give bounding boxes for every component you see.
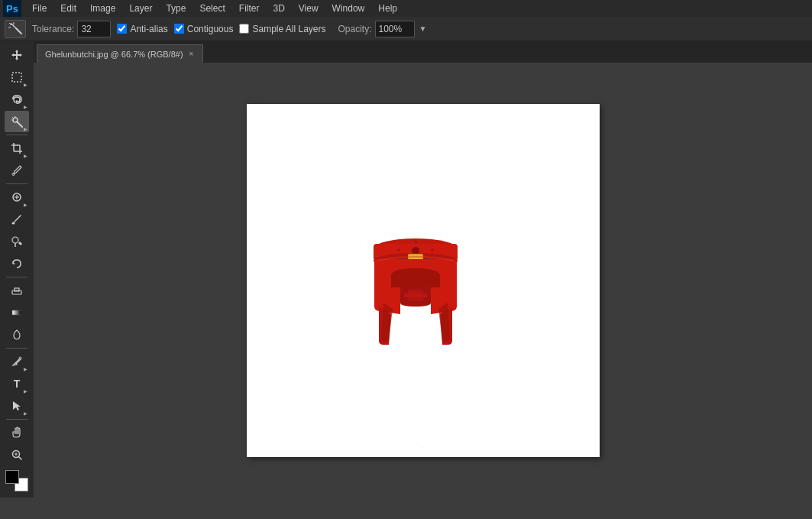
canvas-document: · — [247, 104, 600, 457]
anti-alias-checkbox[interactable] — [117, 24, 127, 34]
toolbar-separator — [6, 348, 27, 349]
svg-point-39 — [414, 240, 417, 243]
tool-corner-arrow: ▶ — [24, 104, 27, 109]
tolerance-input[interactable] — [77, 21, 111, 37]
toolbar-separator — [6, 135, 27, 135]
tool-eraser[interactable] — [5, 280, 29, 301]
contiguous-label[interactable]: Contiguous — [187, 24, 234, 34]
svg-point-36 — [412, 247, 419, 255]
toolbar: ▶ ▶ ▶ — [0, 41, 34, 498]
menu-type[interactable]: Type — [160, 2, 192, 15]
menu-help[interactable]: Help — [372, 2, 403, 15]
sample-all-layers-option: Sample All Layers — [239, 24, 325, 34]
document-tab[interactable]: Ghelunbutchi.jpg @ 66.7% (RGB/8#) × — [37, 44, 203, 63]
opacity-input[interactable] — [375, 21, 415, 37]
tool-corner-arrow: ▶ — [24, 153, 27, 158]
canvas-area: Ghelunbutchi.jpg @ 66.7% (RGB/8#) × — [34, 41, 812, 498]
menu-image[interactable]: Image — [84, 2, 121, 15]
magic-wand-icon — [8, 22, 22, 36]
tool-corner-arrow: ▶ — [24, 366, 27, 371]
svg-point-38 — [431, 248, 434, 251]
blur-icon — [11, 329, 23, 341]
tool-corner-arrow: ▶ — [24, 202, 27, 207]
tool-history-brush[interactable] — [5, 253, 29, 274]
history-brush-icon — [11, 258, 23, 270]
healing-icon — [11, 191, 23, 203]
lasso-icon — [11, 93, 23, 105]
svg-point-22 — [12, 237, 18, 243]
svg-line-5 — [9, 23, 11, 24]
tool-clone-stamp[interactable] — [5, 231, 29, 252]
tool-gradient[interactable] — [5, 302, 29, 323]
svg-rect-44 — [404, 294, 427, 297]
options-bar: Tolerance: Anti-alias Contiguous Sample … — [0, 17, 812, 41]
svg-line-0 — [16, 28, 21, 34]
color-swatches — [5, 470, 28, 495]
toolbar-separator — [6, 183, 27, 184]
foreground-background-swatches — [5, 470, 28, 491]
svg-marker-28 — [13, 401, 21, 410]
canvas-viewport: · — [34, 63, 812, 498]
wand-icon — [11, 115, 23, 128]
ps-logo: Ps — [3, 0, 21, 17]
anti-alias-label[interactable]: Anti-alias — [130, 24, 167, 34]
move-icon — [11, 49, 23, 61]
anti-alias-option: Anti-alias — [117, 24, 167, 34]
eraser-icon — [11, 284, 23, 297]
current-tool-icon[interactable] — [5, 20, 26, 38]
contiguous-checkbox[interactable] — [174, 24, 184, 34]
foreground-color-swatch[interactable] — [5, 470, 19, 484]
menubar: Ps File Edit Image Layer Type Select Fil… — [0, 0, 812, 17]
tool-magic-wand[interactable]: ▶ — [5, 111, 29, 132]
tab-bar: Ghelunbutchi.jpg @ 66.7% (RGB/8#) × — [34, 41, 812, 63]
svg-rect-26 — [12, 310, 21, 315]
tool-blur[interactable] — [5, 324, 29, 345]
zoom-icon — [11, 449, 23, 461]
menu-select[interactable]: Select — [193, 2, 231, 15]
svg-marker-6 — [11, 50, 22, 60]
opacity-dropdown-arrow[interactable]: ▼ — [419, 24, 427, 33]
tool-marquee[interactable]: ▶ — [5, 66, 29, 88]
menu-window[interactable]: Window — [326, 2, 371, 15]
menu-layer[interactable]: Layer — [123, 2, 158, 15]
tolerance-label: Tolerance: — [32, 24, 74, 34]
svg-point-9 — [13, 118, 18, 122]
tool-move[interactable] — [5, 44, 29, 66]
menu-view[interactable]: View — [293, 2, 325, 15]
crop-icon — [11, 142, 23, 154]
path-select-icon — [11, 400, 23, 412]
menu-file[interactable]: File — [26, 2, 53, 15]
eyedropper-icon — [11, 164, 23, 177]
tool-path-select[interactable]: ▶ — [5, 395, 29, 417]
svg-line-30 — [19, 457, 22, 460]
opacity-select-wrap: ▼ — [375, 21, 427, 37]
clone-stamp-icon — [11, 235, 23, 248]
canvas-info-text: · — [422, 443, 424, 451]
tool-brush[interactable] — [5, 209, 29, 230]
menu-edit[interactable]: Edit — [54, 2, 82, 15]
tab-close-button[interactable]: × — [188, 50, 196, 58]
tool-hand[interactable] — [5, 422, 29, 443]
menu-3d[interactable]: 3D — [267, 2, 290, 15]
menu-filter[interactable]: Filter — [233, 2, 266, 15]
svg-line-12 — [12, 117, 14, 118]
svg-rect-7 — [12, 73, 21, 82]
tool-pen[interactable]: ▶ — [5, 351, 29, 372]
tool-corner-arrow: ▶ — [24, 126, 27, 131]
hand-icon — [11, 427, 23, 439]
tool-healing[interactable]: ▶ — [5, 187, 29, 208]
tool-eyedropper[interactable] — [5, 160, 29, 181]
sample-all-layers-label[interactable]: Sample All Layers — [252, 24, 325, 34]
svg-point-27 — [19, 357, 21, 359]
svg-line-8 — [17, 122, 22, 127]
sample-all-layers-checkbox[interactable] — [239, 24, 249, 34]
tool-crop[interactable]: ▶ — [5, 138, 29, 159]
stool-image — [339, 207, 492, 360]
tool-corner-arrow: ▶ — [24, 388, 27, 394]
tool-lasso[interactable]: ▶ — [5, 89, 29, 110]
svg-point-37 — [397, 248, 400, 251]
marquee-icon — [11, 71, 23, 83]
svg-point-17 — [12, 174, 15, 176]
tool-zoom[interactable] — [5, 444, 29, 465]
tool-text[interactable]: T ▶ — [5, 373, 29, 394]
